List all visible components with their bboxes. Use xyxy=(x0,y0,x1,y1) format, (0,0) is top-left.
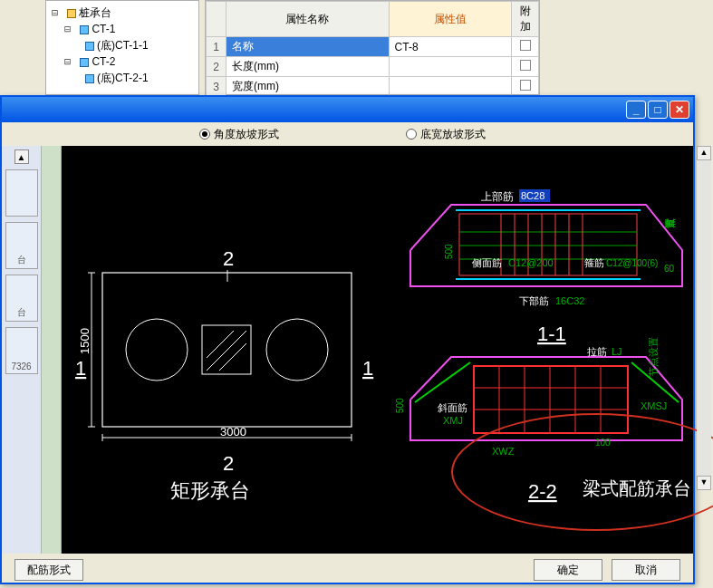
svg-text:斜面筋: 斜面筋 xyxy=(438,402,467,413)
svg-text:1: 1 xyxy=(75,357,86,380)
drawing-svg: 3000 1500 2 2 1 1 矩形承台 xyxy=(62,146,696,554)
svg-text:节点设置: 节点设置 xyxy=(665,217,676,227)
svg-text:2: 2 xyxy=(223,452,234,475)
cancel-button[interactable]: 取消 xyxy=(612,559,680,581)
svg-text:3000: 3000 xyxy=(220,425,246,439)
svg-line-55 xyxy=(415,362,470,402)
thumbnail[interactable] xyxy=(5,169,38,217)
svg-rect-47 xyxy=(474,366,628,433)
vertical-scrollbar[interactable]: ▲ ▼ xyxy=(697,146,711,490)
svg-text:矩形承台: 矩形承台 xyxy=(170,479,250,502)
svg-rect-3 xyxy=(202,325,251,374)
prop-name[interactable]: 名称 xyxy=(226,37,390,57)
scroll-up-icon[interactable]: ▲ xyxy=(697,146,711,160)
vertical-ruler xyxy=(42,146,62,554)
svg-line-6 xyxy=(219,343,246,371)
svg-point-1 xyxy=(126,319,188,381)
property-grid[interactable]: 属性名称 属性值 附加 1 名称 CT-8 2 长度(mm) 3 宽度(mm) … xyxy=(205,0,540,95)
svg-text:拉筋: 拉筋 xyxy=(587,346,607,357)
col-extra: 附加 xyxy=(512,2,539,37)
svg-text:16C32: 16C32 xyxy=(555,295,584,306)
opt-angle[interactable]: 角度放坡形式 xyxy=(199,127,279,142)
radio-icon xyxy=(406,129,417,140)
svg-point-2 xyxy=(266,319,328,381)
svg-text:XWZ: XWZ xyxy=(492,446,515,457)
tree-item[interactable]: CT-2 xyxy=(92,55,115,68)
component-tree[interactable]: ⊟ 桩承台 ⊟ CT-1 (底)CT-1-1 ⊟ CT-2 (底)CT-2-1 xyxy=(45,0,199,95)
thumb-up-button[interactable]: ▲ xyxy=(14,149,29,164)
minimize-button[interactable]: _ xyxy=(626,101,646,119)
prop-value[interactable]: CT-8 xyxy=(389,37,511,57)
prop-value[interactable] xyxy=(389,57,511,77)
col-value: 属性值 xyxy=(389,2,511,37)
tree-root: 桩承台 xyxy=(79,6,111,19)
svg-text:60: 60 xyxy=(664,264,675,274)
svg-text:箍筋: 箍筋 xyxy=(584,257,604,268)
svg-text:8C28: 8C28 xyxy=(521,190,544,201)
svg-text:2-2: 2-2 xyxy=(528,480,557,503)
svg-text:节点设置: 节点设置 xyxy=(648,337,659,377)
svg-text:1500: 1500 xyxy=(78,328,92,354)
svg-text:侧面筋: 侧面筋 xyxy=(472,257,502,268)
close-button[interactable]: ✕ xyxy=(670,101,689,119)
rebar-form-button[interactable]: 配筋形式 xyxy=(14,559,83,581)
svg-text:C12@100(6): C12@100(6) xyxy=(606,258,658,268)
svg-text:C12@200: C12@200 xyxy=(508,257,554,268)
thumbnail[interactable]: 台 xyxy=(5,222,38,269)
opt-width[interactable]: 底宽放坡形式 xyxy=(406,127,486,142)
checkbox[interactable] xyxy=(520,60,531,71)
svg-text:梁式配筋承台: 梁式配筋承台 xyxy=(583,478,691,498)
scroll-down-icon[interactable]: ▼ xyxy=(697,476,711,490)
svg-text:2: 2 xyxy=(223,247,234,270)
svg-text:1: 1 xyxy=(362,357,373,380)
svg-text:下部筋: 下部筋 xyxy=(519,295,549,306)
prop-value[interactable] xyxy=(389,77,511,97)
svg-text:1-1: 1-1 xyxy=(537,323,566,345)
maximize-button[interactable]: □ xyxy=(648,101,668,119)
svg-text:500: 500 xyxy=(444,244,454,259)
dialog-footer: 配筋形式 确定 取消 xyxy=(2,554,693,586)
svg-text:XMSJ: XMSJ xyxy=(641,400,667,411)
tree-item[interactable]: (底)CT-1-1 xyxy=(97,39,149,52)
titlebar[interactable]: _ □ ✕ xyxy=(2,97,693,122)
slope-options: 角度放坡形式 底宽放坡形式 xyxy=(2,122,693,146)
checkbox[interactable] xyxy=(520,40,531,51)
svg-line-5 xyxy=(207,331,234,358)
drawing-canvas[interactable]: 3000 1500 2 2 1 1 矩形承台 xyxy=(62,146,693,554)
svg-text:LJ: LJ xyxy=(612,346,622,357)
svg-text:500: 500 xyxy=(395,398,405,413)
tree-item[interactable]: CT-1 xyxy=(92,23,115,35)
thumbnail-panel: ▲ 台 台 7326 xyxy=(2,146,42,554)
svg-text:上部筋: 上部筋 xyxy=(481,190,514,203)
svg-text:XMJ: XMJ xyxy=(443,415,463,426)
col-name: 属性名称 xyxy=(226,2,390,37)
rebar-form-dialog: _ □ ✕ 角度放坡形式 底宽放坡形式 ▲ 台 台 7326 xyxy=(0,95,695,584)
checkbox[interactable] xyxy=(520,80,531,91)
svg-line-4 xyxy=(207,331,246,371)
ok-button[interactable]: 确定 xyxy=(534,559,602,581)
tree-item[interactable]: (底)CT-2-1 xyxy=(97,72,149,84)
svg-text:100: 100 xyxy=(595,438,611,448)
thumbnail[interactable]: 台 xyxy=(5,275,38,322)
thumbnail[interactable]: 7326 xyxy=(5,327,38,374)
radio-icon xyxy=(199,129,210,140)
prop-name[interactable]: 宽度(mm) xyxy=(226,77,390,97)
prop-name[interactable]: 长度(mm) xyxy=(226,57,390,77)
